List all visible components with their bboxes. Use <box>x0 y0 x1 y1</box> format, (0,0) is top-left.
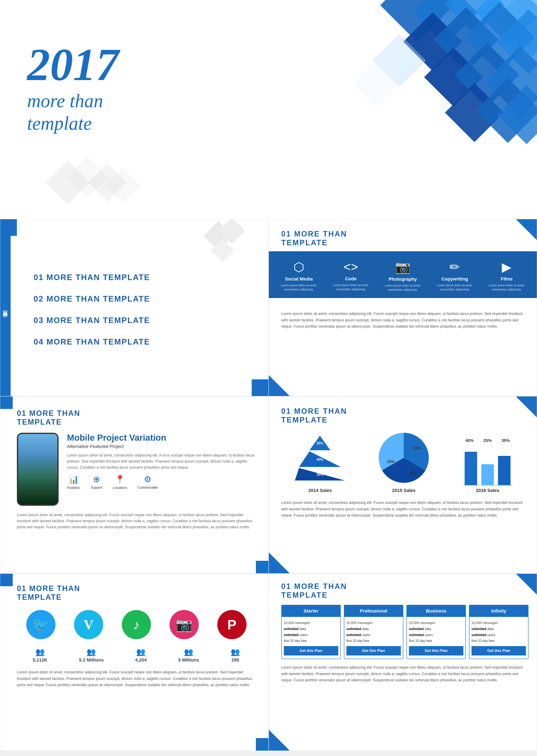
bar-pct-labels: 40% 25% 35% <box>461 438 515 443</box>
twitter-icon: 🐦 <box>32 617 49 633</box>
pyramid-container: 25% 40% 35% <box>293 434 347 483</box>
slide3-body: Lorem ipsum dolor sit amet, consectetur … <box>269 302 537 338</box>
bars-container <box>463 444 513 486</box>
slide3-icons-row: ⬡ Social Media Lorem ipsum dolor sit ame… <box>269 251 537 298</box>
social-pinterest: P <box>217 610 246 639</box>
plan-professional: Professional 10,000 messages unlimited d… <box>344 605 403 659</box>
plan-infinity-btn[interactable]: Get this Plan <box>472 646 526 655</box>
plan-professional-body: 10,000 messages unlimited data unlimited… <box>344 617 403 659</box>
slide3-section-title: 01 MORE THAN TEMPLATE <box>281 230 524 247</box>
svg-text:25%: 25% <box>316 441 323 445</box>
pricing-table: Starter 10,000 messages unlimited data u… <box>281 605 529 659</box>
pyramid-visual: 25% 40% 35% <box>293 434 347 483</box>
svg-text:35%: 35% <box>316 473 323 476</box>
icon-code: <> Code Lorem ipsum dolor sit amet, cons… <box>327 260 374 292</box>
social-instagram: 📷 <box>170 610 199 639</box>
plan-business: Business 10,000 messages unlimited data … <box>406 605 466 659</box>
slide4-right: Mobile Project Variation Alternative Fea… <box>67 433 256 506</box>
plan-professional-header: Professional <box>344 605 403 617</box>
pinterest-icon: P <box>227 617 236 633</box>
icon-films: ▶ Films Lorem ipsum dolor sit amet, cons… <box>483 260 530 292</box>
blue-corner-br <box>252 379 268 396</box>
slide4-title: 01 MORE THAN TEMPLATE <box>17 409 256 427</box>
stat-vimeo: 👥 5.1 Millions <box>79 648 104 663</box>
social-twitter: 🐦 <box>26 610 56 639</box>
plan-business-body: 10,000 messages unlimited data unlimited… <box>407 617 466 659</box>
analytics-icon: 📊 <box>68 475 79 484</box>
plan-business-btn[interactable]: Get this Plan <box>409 646 463 655</box>
plan-starter-btn[interactable]: Get this Plan <box>284 646 338 655</box>
hero-gray-diamonds <box>42 146 167 219</box>
slide7-content: 01 MORE THAN TEMPLATE Starter 10,000 mes… <box>269 574 537 690</box>
slide6-footer: Lorem ipsum dolor sit amet, consectetur … <box>17 669 256 688</box>
icon-copywriting: ✏ Copywriting Lorem ipsum dolor sit amet… <box>431 260 478 292</box>
slide2-toc: 目录 01 MORE THAN TEMPLATE 02 MORE THAN TE… <box>0 219 268 396</box>
plan-infinity-body: 10,000 messages unlimited data unlimited… <box>470 617 528 659</box>
camera-icon: 📷 <box>395 260 411 274</box>
bar-3 <box>498 456 511 485</box>
slide4-main: Mobile Project Variation Alternative Fea… <box>17 433 256 506</box>
slide6-social: 01 MORE THAN TEMPLATE 🐦 V ♪ 📷 P <box>0 573 268 751</box>
svg-text:25%: 25% <box>387 460 394 464</box>
support-icon: ⊕ <box>93 475 100 484</box>
feature-support: ⊕ Support <box>91 475 103 490</box>
slide7-footer: Lorem ipsum dolor sit amet, consectetur … <box>281 664 529 684</box>
slides-grid: 目录 01 MORE THAN TEMPLATE 02 MORE THAN TE… <box>0 219 537 756</box>
plan-starter-body: 10,000 messages unlimited data unlimited… <box>282 617 340 659</box>
slide5-content: 01 MORE THAN TEMPLATE 25% <box>269 397 537 527</box>
hero-diamond-bg <box>266 0 537 146</box>
user-icon-5: 👥 <box>231 648 240 656</box>
bar-1 <box>465 452 477 485</box>
slide4-corner-br <box>256 561 268 573</box>
social-vimeo: V <box>74 610 103 639</box>
social-icons-row: 🐦 V ♪ 📷 P <box>17 610 256 639</box>
pie-visual: 35% 40% 25% <box>377 431 431 486</box>
plan-infinity-header: Infinity <box>470 605 528 617</box>
stat-twitter: 👥 5,112K <box>33 648 48 663</box>
slide3-features: 01 MORE THAN TEMPLATE ⬡ Social Media Lor… <box>268 219 537 396</box>
bar-2 <box>481 464 494 485</box>
charts-row: 25% 40% 35% 2014 Sales <box>281 431 526 493</box>
slide4-footer: Lorem ipsum dolor sit amet, consectetur … <box>17 512 256 530</box>
slide4-corner-tl <box>0 397 13 409</box>
user-stats: 👥 5,112K 👥 5.1 Millions 👥 4,204 👥 5 Mill… <box>17 648 256 663</box>
icon-social-media: ⬡ Social Media Lorem ipsum dolor sit ame… <box>275 260 322 292</box>
svg-text:35%: 35% <box>413 446 421 450</box>
slide7-decor-tr <box>516 574 537 595</box>
pie-chart: 35% 40% 25% 2015 Sales <box>377 431 431 493</box>
pen-icon: ✏ <box>449 260 460 274</box>
slide1-year: 2017 <box>27 42 119 88</box>
vimeo-icon: V <box>84 617 94 633</box>
slide5-title: 01 MORE THAN TEMPLATE <box>281 407 526 424</box>
plan-professional-btn[interactable]: Get this Plan <box>347 646 401 655</box>
feature-locations: 📍 Locations <box>113 475 127 490</box>
feature-analytics: 📊 Analytics <box>67 475 80 490</box>
svg-text:40%: 40% <box>316 458 323 461</box>
social-media-icon: ⬡ <box>293 260 304 274</box>
plan-starter: Starter 10,000 messages unlimited data u… <box>281 605 341 659</box>
stat-instagram: 👥 5 Millions <box>178 648 199 663</box>
customize-icon: ⚙ <box>144 475 151 484</box>
slide5-decor-bl <box>269 553 290 573</box>
bar-chart: 40% 25% 35% 2016 Sales <box>461 438 515 493</box>
decor-top-right <box>516 219 537 240</box>
film-icon: ▶ <box>502 260 511 274</box>
user-icon-4: 👥 <box>184 648 193 656</box>
social-spotify: ♪ <box>122 610 151 639</box>
slide6-content: 01 MORE THAN TEMPLATE 🐦 V ♪ 📷 P <box>0 574 268 696</box>
spotify-icon: ♪ <box>133 617 140 633</box>
slide7-title: 01 MORE THAN TEMPLATE <box>281 582 529 600</box>
svg-text:40%: 40% <box>409 471 416 475</box>
slide5-body: Lorem ipsum dolor sit amet, consectetur … <box>281 499 526 519</box>
instagram-icon: 📷 <box>176 617 192 633</box>
slide7-pricing: 01 MORE THAN TEMPLATE Starter 10,000 mes… <box>268 573 537 751</box>
stat-pinterest: 👥 295 <box>231 648 240 663</box>
slide1-text: 2017 more than template <box>27 42 119 135</box>
phone-mockup <box>17 433 59 506</box>
slide3-title-area: 01 MORE THAN TEMPLATE <box>269 219 537 247</box>
code-icon: <> <box>344 260 358 274</box>
plan-starter-header: Starter <box>282 605 340 617</box>
user-icon-2: 👥 <box>87 648 96 656</box>
slide5-charts: 01 MORE THAN TEMPLATE 25% <box>268 396 537 573</box>
stat-spotify: 👥 4,204 <box>135 648 146 663</box>
